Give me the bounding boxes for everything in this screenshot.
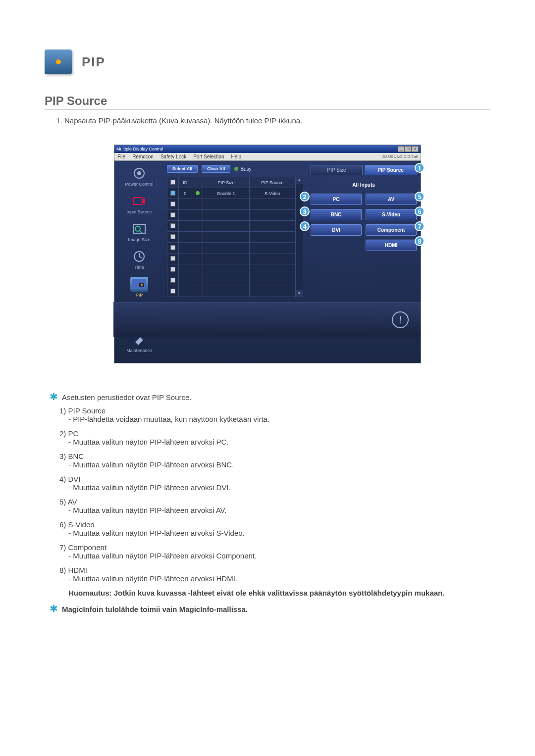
def-desc: - Muuttaa valitun näytön PIP-lähteen arv… [68,483,490,492]
sidebar-label: Power Control [125,182,153,187]
def-desc: - Muuttaa valitun näytön PIP-lähteen arv… [68,438,490,446]
row-checkbox[interactable] [170,234,175,239]
minimize-button[interactable]: _ [398,146,405,152]
source-component-button[interactable]: Component [366,224,417,236]
row-checkbox[interactable] [170,245,175,250]
cell-id: 0 [178,188,192,199]
maximize-button[interactable]: □ [405,146,412,152]
tab-pip-size[interactable]: PIP Size [311,165,363,175]
table-row[interactable] [167,210,296,221]
def-desc: - Muuttaa valitun näytön PIP-lähteen arv… [68,460,490,469]
def-term: HDMI [68,566,87,574]
sidebar-label: Input Source [126,209,152,214]
app-body: Power Control Input Source Image Size Ti… [114,161,421,363]
col-id: ID [178,177,192,188]
sidebar-item-time[interactable]: Time [116,249,162,270]
def-desc: - PIP-lähdettä voidaan muuttaa, kun näyt… [68,415,490,423]
note-huom: Huomautus: Jotkin kuva kuvassa -lähteet … [68,589,490,597]
source-dvi-button[interactable]: DVI [311,224,362,236]
scroll-up-icon[interactable]: ▲ [296,177,303,184]
callout-7: 7 [415,221,425,231]
def-term: AV [68,498,77,506]
table-row[interactable] [167,232,296,243]
menu-safety-lock[interactable]: Safety Lock [160,154,186,159]
title-bar: Multiple Display Control _ □ × [114,145,421,153]
def-term: BNC [68,452,84,460]
tab-pip-source[interactable]: PIP Source [365,165,417,175]
svg-point-8 [141,284,143,286]
callout-1: 1 [415,163,425,173]
row-checkbox[interactable] [170,212,175,217]
row-checkbox[interactable] [170,289,175,294]
col-pip-size: PIP Size [203,177,249,188]
row-checkbox[interactable] [170,278,175,283]
col-status-icon [192,177,203,188]
sidebar-item-image-size[interactable]: Image Size [116,221,162,242]
app-screenshot: Multiple Display Control _ □ × File Remo… [114,145,421,363]
source-pc-button[interactable]: PC [311,194,362,205]
menu-remocon[interactable]: Remocon [132,154,154,159]
def-no: 7) [59,543,66,552]
row-checkbox[interactable] [170,223,175,228]
def-desc: - Muuttaa valitun näytön PIP-lähteen arv… [68,506,490,514]
def-no: 8) [59,566,66,574]
sidebar-label: PIP [136,293,143,298]
def-no: 2) [59,429,66,438]
source-hdmi-button[interactable]: HDMI [366,240,417,251]
sidebar-label: Image Size [128,237,150,242]
intro-item: Napsauta PIP-pääkuvaketta (Kuva kuvassa)… [64,116,490,125]
menu-file[interactable]: File [117,154,125,159]
def-desc: - Muuttaa valitun näytön PIP-lähteen arv… [68,529,490,537]
page-title: PIP [82,54,106,70]
source-svideo-button[interactable]: S-Video [366,209,417,220]
def-item: 6) S-Video - Muuttaa valitun näytön PIP-… [59,520,490,537]
note-basics: Asetusten perustiedot ovat PIP Source. [62,393,192,402]
table-row[interactable] [167,264,296,275]
def-no: 5) [59,498,66,506]
table-row[interactable] [167,199,296,210]
table-row[interactable] [167,243,296,253]
right-panel: PIP Size PIP Source All Inputs PC AV BNC… [307,161,421,363]
table-row[interactable] [167,221,296,232]
row-checkbox[interactable] [170,267,175,272]
status-dot-icon [196,191,200,195]
row-checkbox[interactable] [170,202,175,206]
source-av-button[interactable]: AV [366,194,417,205]
input-source-icon [130,194,148,208]
header-checkbox[interactable] [170,180,175,185]
sidebar-item-power-control[interactable]: Power Control [116,166,162,187]
table-row[interactable] [167,286,296,297]
busy-indicator: Busy [234,166,251,172]
busy-label: Busy [240,166,251,172]
table-row[interactable]: 0 Double 1 S-Video [167,188,296,199]
def-no: 1) [59,406,66,415]
def-term: PIP Source [68,406,106,415]
table-row[interactable] [167,253,296,264]
clear-all-button[interactable]: Clear All [202,165,230,173]
image-size-icon [130,221,148,236]
sidebar-item-input-source[interactable]: Input Source [116,194,162,214]
menu-help[interactable]: Help [231,154,241,159]
scroll-down-icon[interactable]: ▼ [296,290,303,297]
callout-3: 3 [300,206,310,216]
close-button[interactable]: × [412,146,419,152]
select-all-button[interactable]: Select All [167,165,198,173]
menu-port-selection[interactable]: Port Selection [193,154,224,159]
row-checkbox[interactable] [170,256,175,261]
def-no: 6) [59,520,66,529]
callout-4: 4 [300,221,310,231]
row-checkbox[interactable] [170,191,175,196]
cell-size: Double 1 [203,188,249,199]
window-title: Multiple Display Control [116,147,163,151]
def-term: PC [68,429,79,438]
all-inputs-label: All Inputs [311,182,417,188]
sidebar-item-pip[interactable]: PIP [116,277,162,298]
cell-source: S-Video [249,188,295,199]
star-icon: ✱ [50,605,58,612]
source-bnc-button[interactable]: BNC [311,209,362,220]
table-row[interactable] [167,275,296,286]
callout-8: 8 [415,236,425,246]
callout-2: 2 [300,192,310,202]
def-item: 2) PC - Muuttaa valitun näytön PIP-lähte… [59,429,490,446]
section-title: PIP Source [45,94,490,109]
